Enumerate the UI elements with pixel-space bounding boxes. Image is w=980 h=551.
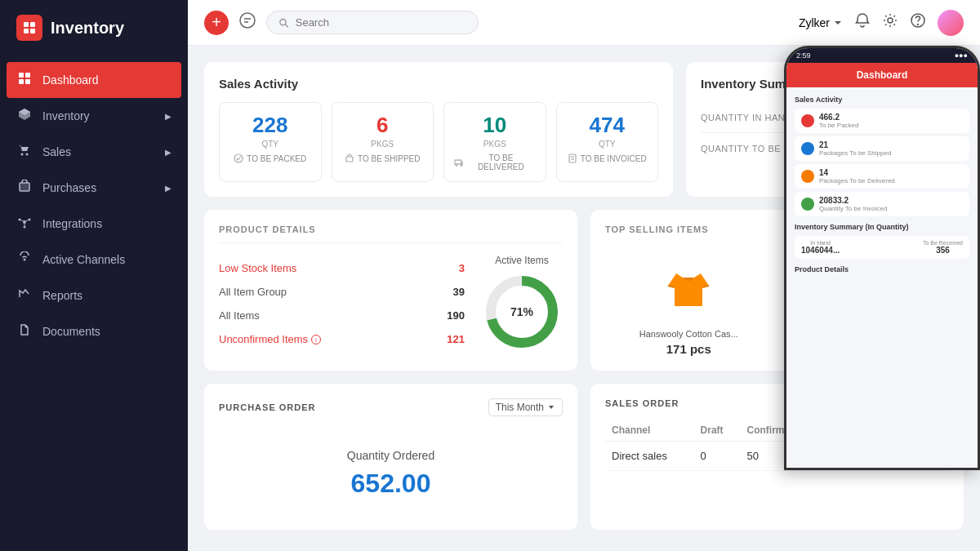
phone-stat-dot-2 (801, 170, 814, 183)
phone-stat-val-2: 14 (819, 168, 895, 177)
donut-section: Active Items 71% (481, 255, 563, 353)
sales-arrow: ▶ (165, 148, 172, 157)
phone-stat-dot-0 (801, 114, 814, 127)
svg-point-8 (21, 153, 24, 156)
truck-icon (454, 158, 463, 167)
low-stock-label[interactable]: Low Stock Items (219, 262, 296, 274)
sidebar-item-active-channels[interactable]: Active Channels (0, 242, 188, 278)
integrations-label: Integrations (42, 217, 102, 230)
svg-point-25 (918, 24, 919, 25)
deliver-sub: TO BE DELIVERED (454, 153, 536, 171)
phone-stat-2: 14 Packages To be Delivered (795, 164, 969, 189)
documents-label: Documents (42, 325, 100, 338)
purchases-label: Purchases (42, 181, 96, 194)
sales-activity-grid: 228 Qty TO BE PACKED 6 Pkgs TO BE SHIPPE… (219, 102, 658, 182)
svg-rect-6 (19, 79, 24, 84)
inventory-icon (16, 108, 33, 124)
item-group-value: 39 (453, 286, 465, 298)
phone-stat-val-3: 20833.2 (819, 196, 887, 205)
notifications-icon[interactable] (854, 12, 871, 33)
pack-value: 228 (229, 113, 311, 138)
phone-stat-3: 20833.2 Quantity To be Invoiced (795, 192, 969, 216)
svg-point-20 (240, 13, 255, 28)
item-1-name: Hanswooly Cotton Cas... (605, 329, 773, 339)
package-icon (345, 153, 354, 163)
phone-sales-title: Sales Activity (795, 96, 969, 104)
svg-rect-5 (25, 73, 30, 78)
phone-stat-dot-3 (801, 198, 814, 211)
inventory-label: Inventory (42, 109, 90, 122)
so-cell-channel-0: Direct sales (605, 442, 694, 471)
phone-stat-label-0: To be Packed (819, 122, 858, 129)
svg-point-29 (461, 164, 462, 166)
search-bar[interactable] (266, 11, 479, 34)
po-qty-value: 652.00 (219, 469, 563, 499)
sidebar-nav: Dashboard Inventory ▶ Sales ▶ (0, 56, 188, 551)
svg-line-17 (26, 220, 29, 222)
svg-point-26 (234, 154, 243, 162)
phone-inv-hand-label: In Hand (801, 240, 840, 246)
sidebar-item-inventory[interactable]: Inventory ▶ (0, 98, 188, 134)
svg-rect-3 (30, 29, 35, 33)
all-items-value: 190 (447, 309, 465, 322)
svg-point-13 (19, 219, 21, 221)
deliver-value: 10 (454, 113, 536, 138)
info-icon: i (311, 335, 321, 344)
sidebar-item-sales[interactable]: Sales ▶ (0, 134, 188, 170)
po-period-select[interactable]: This Month (488, 398, 563, 416)
ship-value: 6 (342, 113, 424, 138)
chevron-down-icon (833, 18, 843, 28)
search-input[interactable] (296, 16, 466, 29)
ship-sub: TO BE SHIPPED (342, 153, 424, 163)
svg-point-28 (456, 164, 457, 166)
settings-icon[interactable] (882, 12, 898, 33)
item-group-row: All Item Group 39 (219, 280, 465, 304)
sidebar-item-integrations[interactable]: Integrations (0, 206, 188, 242)
org-selector[interactable]: Zylker (799, 16, 843, 29)
so-cell-draft-0: 0 (694, 442, 741, 471)
item-1-qty: 171 pcs (605, 342, 773, 356)
unconfirmed-label[interactable]: Unconfirmed Items i (219, 333, 321, 345)
po-qty-label: Quantity Ordered (219, 449, 563, 462)
phone-inv-title: Inventory Summary (In Quantity) (795, 223, 969, 231)
sales-activity-card: Sales Activity 228 Qty TO BE PACKED 6 Pk… (204, 62, 673, 197)
add-button[interactable]: + (204, 11, 229, 35)
phone-signal: ●●● (955, 51, 968, 60)
sidebar-item-reports[interactable]: Reports (0, 278, 188, 313)
sidebar-item-dashboard[interactable]: Dashboard (7, 62, 181, 98)
avatar[interactable] (938, 10, 964, 36)
svg-rect-1 (30, 22, 35, 27)
svg-line-16 (21, 220, 24, 222)
header-right: Zylker (799, 10, 964, 36)
help-icon[interactable] (910, 12, 926, 33)
sales-icon (16, 144, 33, 160)
donut-chart: 71% (481, 271, 563, 353)
invoice-icon (568, 153, 577, 163)
phone-product-title: Product Details (795, 265, 969, 273)
phone-stat-label-1: Packages To be Shipped (819, 149, 891, 157)
phone-content: Sales Activity 466.2 To be Packed 21 Pac… (786, 87, 978, 287)
sales-activity-title: Sales Activity (219, 77, 658, 91)
svg-point-21 (280, 19, 286, 24)
search-icon (278, 17, 289, 29)
sidebar-item-purchases[interactable]: Purchases ▶ (0, 170, 188, 206)
po-header: PURCHASE ORDER This Month (219, 398, 563, 416)
item-group-label: All Item Group (219, 286, 287, 298)
ship-label: Pkgs (342, 140, 424, 149)
svg-rect-30 (569, 154, 576, 162)
phone-inv-receive: To Be Received 356 (923, 240, 963, 255)
phone-stat-1: 21 Packages To be Shipped (795, 136, 969, 161)
top-item-1: Hanswooly Cotton Cas... 171 pcs (605, 257, 773, 356)
sales-item-invoice: 474 Qty TO BE INVOICED (556, 102, 659, 182)
main-content: + Zylker (188, 0, 980, 551)
sidebar-logo: Inventory (0, 0, 188, 56)
po-chevron-icon (547, 403, 555, 411)
phone-stat-info-3: 20833.2 Quantity To be Invoiced (819, 196, 887, 212)
phone-header: Dashboard (786, 63, 978, 87)
phone-screen: 2:59 ●●● Dashboard Sales Activity 466.2 … (786, 48, 978, 468)
sidebar-item-documents[interactable]: Documents (0, 313, 188, 349)
all-items-label: All Items (219, 309, 260, 322)
po-title: PURCHASE ORDER (219, 402, 316, 412)
chat-icon[interactable] (238, 11, 256, 33)
org-name: Zylker (799, 16, 830, 29)
